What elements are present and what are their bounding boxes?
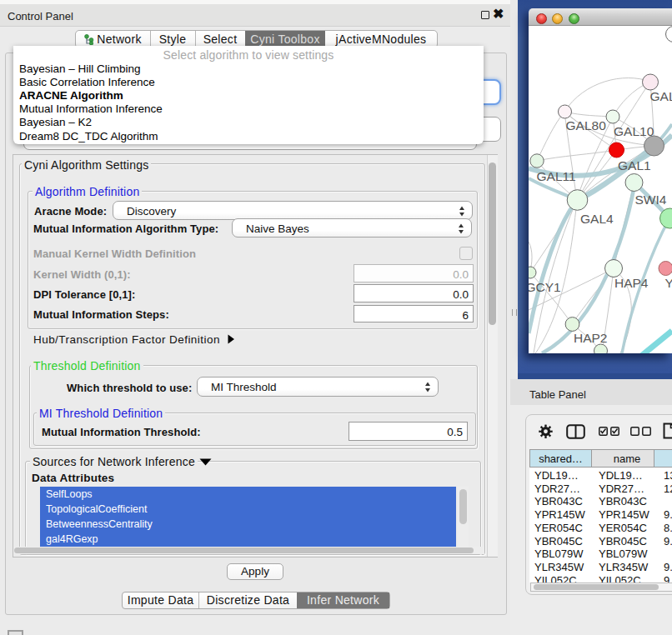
svg-text:GAL1: GAL1 bbox=[618, 158, 651, 172]
svg-text:GAL11: GAL11 bbox=[537, 169, 576, 183]
svg-text:GAL10: GAL10 bbox=[614, 124, 654, 138]
svg-text:Y: Y bbox=[665, 276, 672, 290]
svg-text:SWI4: SWI4 bbox=[635, 192, 667, 207]
svg-text:GCY1: GCY1 bbox=[529, 280, 561, 294]
svg-text:GAL2: GAL2 bbox=[650, 89, 672, 103]
svg-text:GAL80: GAL80 bbox=[566, 118, 607, 132]
svg-text:GAL4: GAL4 bbox=[580, 212, 614, 226]
svg-text:HAP4: HAP4 bbox=[614, 276, 649, 290]
svg-text:HAP2: HAP2 bbox=[574, 331, 608, 345]
